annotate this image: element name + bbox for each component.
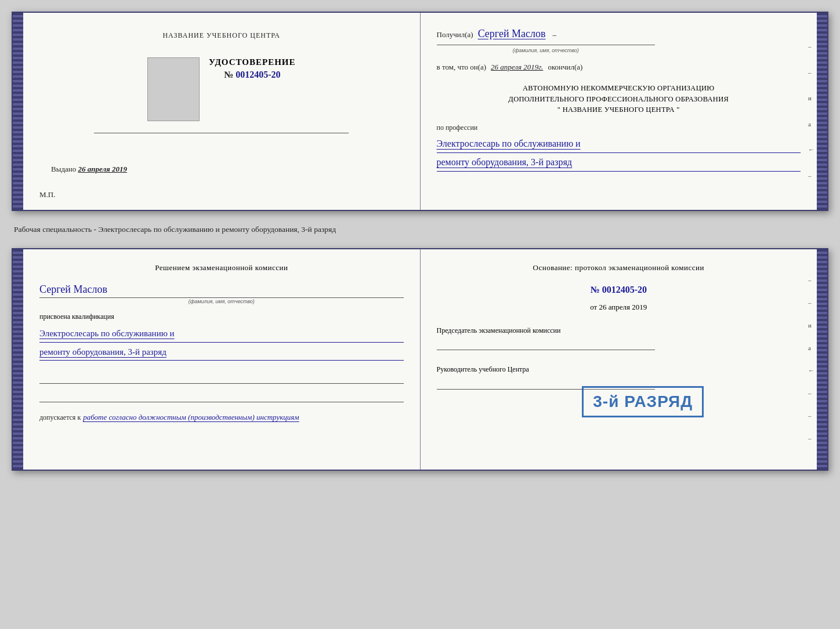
recipient-label: Получил(а) — [437, 29, 473, 41]
recipient-name: Сергей Маслов — [478, 26, 546, 42]
basis-date-row: от 26 апреля 2019 — [437, 301, 801, 314]
binding-left-bottom — [13, 249, 23, 470]
cert-number: № 0012405-20 — [224, 70, 280, 80]
mp-label: М.П. — [39, 190, 55, 199]
basis-number: № 0012405-20 — [437, 282, 801, 297]
qualification-text2: ремонту оборудования, 3-й разряд — [39, 344, 404, 361]
school-name-top: НАЗВАНИЕ УЧЕБНОГО ЦЕНТРА — [162, 31, 280, 40]
binding-right-top — [817, 13, 827, 210]
person-name-bottom: Сергей Маслов — [39, 282, 404, 297]
right-side-sigs: Председатель экзаменационной комиссии — [437, 325, 801, 350]
issued-label: Выдано — [51, 165, 76, 173]
org-line3: " НАЗВАНИЕ УЧЕБНОГО ЦЕНТРА " — [437, 104, 801, 115]
confirm-end: окончил(а) — [548, 61, 582, 74]
fio-label-bottom: (фамилия, имя, отчество) — [39, 297, 404, 306]
recipient-row: Получил(а) Сергей Маслов – — [437, 26, 801, 42]
decision-title: Решением экзаменационной комиссии — [39, 262, 404, 274]
confirm-label: в том, что он(а) — [437, 61, 487, 74]
photo-placeholder — [147, 57, 200, 121]
cert-number-prefix: № — [224, 70, 233, 79]
basis-date-value: 26 апреля 2019 — [599, 303, 647, 311]
bottom-certificate: Решением экзаменационной комиссии Сергей… — [12, 248, 828, 471]
chairman-sig-line — [437, 339, 656, 350]
issued-date: 26 апреля 2019 — [78, 165, 128, 173]
top-right-page: Получил(а) Сергей Маслов – (фамилия, имя… — [421, 13, 817, 210]
profession-label-top: по профессии — [437, 122, 801, 133]
qualification-text1: Электрослесарь по обслуживанию и — [39, 325, 404, 342]
person-name-block: Сергей Маслов (фамилия, имя, отчество) — [39, 282, 404, 306]
profession-text1: Электрослесарь по обслуживанию и — [437, 136, 801, 152]
profession-text2: ремонту оборудования, 3-й разряд — [437, 154, 801, 171]
right-edge-top: – – и а ← – — [808, 24, 814, 198]
allowed-row: допускается к работе согласно должностны… — [39, 412, 404, 423]
org-line1: АВТОНОМНУЮ НЕКОММЕРЧЕСКУЮ ОРГАНИЗАЦИЮ — [437, 83, 801, 94]
cert-title: УДОСТОВЕРЕНИЕ — [209, 57, 296, 67]
top-certificate: НАЗВАНИЕ УЧЕБНОГО ЦЕНТРА УДОСТОВЕРЕНИЕ №… — [12, 12, 828, 211]
confirm-row: в том, что он(а) 26 апреля 2019г. окончи… — [437, 61, 801, 74]
allowed-label: допускается к — [39, 412, 81, 423]
right-edge-bottom: – – и а ← – – – — [808, 261, 814, 458]
top-left-page: НАЗВАНИЕ УЧЕБНОГО ЦЕНТРА УДОСТОВЕРЕНИЕ №… — [23, 13, 421, 210]
page-container: НАЗВАНИЕ УЧЕБНОГО ЦЕНТРА УДОСТОВЕРЕНИЕ №… — [12, 12, 828, 471]
org-block: АВТОНОМНУЮ НЕКОММЕРЧЕСКУЮ ОРГАНИЗАЦИЮ ДО… — [437, 83, 801, 115]
stamp-text: 3-й РАЗРЯД — [593, 392, 693, 410]
allowed-text: работе согласно должностным (производств… — [83, 412, 299, 423]
sig-line-1 — [39, 372, 404, 384]
date-prefix: от — [590, 303, 597, 311]
cert-center-section: УДОСТОВЕРЕНИЕ № 0012405-20 — [209, 57, 296, 80]
middle-text: Рабочая специальность - Электрослесарь п… — [12, 220, 828, 239]
confirm-date: 26 апреля 2019г. — [491, 61, 543, 74]
signature-lines-left — [39, 372, 404, 402]
basis-number-prefix: № — [591, 285, 600, 294]
cert-number-value: 0012405-20 — [236, 70, 280, 79]
basis-title: Основание: протокол экзаменационной коми… — [437, 262, 801, 274]
chairman-label: Председатель экзаменационной комиссии — [437, 325, 801, 336]
basis-number-value: 0012405-20 — [602, 285, 647, 294]
bottom-right-page: Основание: протокол экзаменационной коми… — [421, 249, 817, 470]
org-line2: ДОПОЛНИТЕЛЬНОГО ПРОФЕССИОНАЛЬНОГО ОБРАЗО… — [437, 94, 801, 105]
binding-right-bottom — [817, 249, 827, 470]
issued-row: Выдано 26 апреля 2019 — [39, 165, 404, 174]
binding-left-top — [13, 13, 23, 210]
sig-line-2 — [39, 391, 404, 402]
fio-label-top: (фамилия, имя, отчество) — [437, 46, 656, 54]
stamp: 3-й РАЗРЯД — [582, 386, 704, 417]
qualification-label: присвоена квалификация — [39, 311, 404, 322]
bottom-left-page: Решением экзаменационной комиссии Сергей… — [23, 249, 421, 470]
director-label: Руководитель учебного Центра — [437, 364, 801, 375]
